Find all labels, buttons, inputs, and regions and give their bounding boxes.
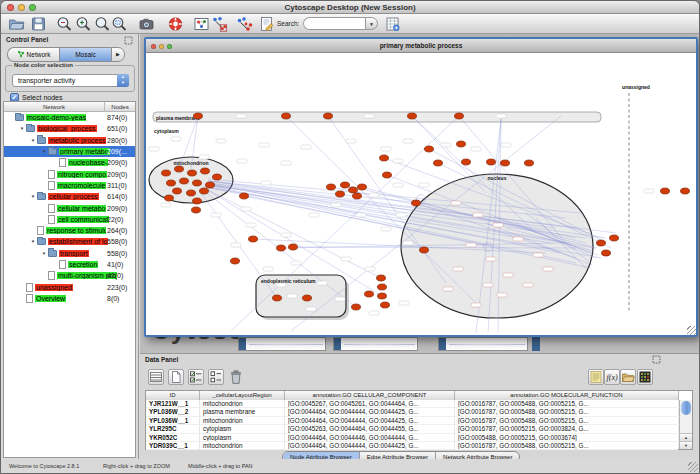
tree-row-label[interactable]: response to stimulu: [46, 227, 106, 234]
import-folder-icon[interactable]: [620, 369, 636, 385]
help-lifesaver-icon[interactable]: [167, 16, 184, 32]
network-node[interactable]: [380, 155, 389, 161]
network-node[interactable]: [303, 295, 312, 301]
network-node[interactable]: [289, 244, 298, 250]
network-node[interactable]: [455, 113, 464, 119]
tree-row-label[interactable]: nitrogen compo: [57, 171, 107, 178]
table-column-header[interactable]: _cellularLayoutRegion: [200, 391, 285, 400]
apply-layout-1-icon[interactable]: [211, 16, 228, 32]
attribute-matrix-icon[interactable]: [637, 369, 653, 385]
formula-builder-icon[interactable]: f(x): [604, 369, 620, 385]
attribute-list-icon[interactable]: [588, 369, 604, 385]
disclosure-arrow-icon[interactable]: ▼: [40, 149, 48, 154]
select-attributes-icon[interactable]: [188, 369, 204, 385]
zoom-in-icon[interactable]: [75, 16, 92, 32]
table-row[interactable]: YKR052Ccytoplasm[GO:0044464, GO:0044446,…: [146, 434, 678, 442]
network-node[interactable]: [249, 236, 258, 242]
network-node[interactable]: [383, 172, 392, 178]
delete-attribute-trash-icon[interactable]: [228, 369, 244, 385]
network-node[interactable]: [162, 170, 171, 176]
network-frame-titlebar[interactable]: primary metabolic process: [146, 39, 696, 53]
network-node[interactable]: [661, 188, 670, 194]
tree-row[interactable]: mosaic-demo-yeast874(0): [4, 112, 135, 123]
create-attribute-icon[interactable]: [168, 369, 184, 385]
network-node[interactable]: [167, 180, 176, 186]
frame-zoom-button[interactable]: [167, 44, 172, 49]
tree-row-label[interactable]: metabolic process: [48, 137, 106, 144]
network-node[interactable]: [282, 113, 291, 119]
tree-col-network[interactable]: Network: [4, 102, 104, 112]
import-attributes-icon[interactable]: [384, 16, 401, 32]
network-node[interactable]: [327, 184, 336, 190]
tree-row-label[interactable]: establishment of lo: [48, 238, 108, 245]
unselect-attributes-icon[interactable]: [208, 369, 224, 385]
frame-minimize-button[interactable]: [159, 44, 164, 49]
network-node[interactable]: [408, 113, 417, 119]
disclosure-arrow-icon[interactable]: ▼: [18, 126, 26, 131]
zoom-selected-icon[interactable]: [111, 16, 128, 32]
network-node[interactable]: [377, 275, 386, 281]
network-node[interactable]: [378, 293, 387, 299]
frame-close-button[interactable]: [151, 44, 156, 49]
tab-mosaic[interactable]: Mosaic: [59, 47, 111, 62]
network-node[interactable]: [610, 235, 619, 241]
background-window-strip[interactable]: [438, 337, 528, 351]
network-node[interactable]: [206, 182, 215, 188]
tree-row[interactable]: multi-organism pro42(0): [4, 270, 135, 281]
network-node[interactable]: [213, 174, 222, 180]
tree-row[interactable]: ▼primary metabo209(...: [4, 146, 135, 157]
tree-row[interactable]: ▼metabolic process280(0): [4, 135, 135, 146]
show-table-icon[interactable]: [148, 369, 164, 385]
network-node[interactable]: [187, 190, 196, 196]
network-node[interactable]: [597, 240, 606, 246]
float-data-panel-icon[interactable]: [652, 355, 661, 364]
network-node[interactable]: [341, 182, 350, 188]
table-column-header[interactable]: annotation.GO MOLECULAR_FUNCTION: [455, 391, 679, 400]
tab-network[interactable]: Network: [7, 47, 59, 62]
tree-row[interactable]: nitrogen compo209(0): [4, 168, 135, 179]
tree-row-label[interactable]: biological_process: [37, 125, 97, 132]
network-node[interactable]: [420, 247, 429, 253]
tree-row[interactable]: secretion41(0): [4, 259, 135, 270]
tree-row-label[interactable]: cellular process: [48, 193, 99, 200]
node-color-dropdown[interactable]: transporter activity ▲▼: [12, 74, 129, 87]
network-node[interactable]: [457, 141, 466, 147]
search-dropdown-arrow-icon[interactable]: ▼: [365, 17, 378, 30]
network-node[interactable]: [273, 295, 282, 301]
annotation-editor-icon[interactable]: [258, 16, 275, 32]
network-node[interactable]: [525, 160, 534, 166]
tree-row[interactable]: nucleobase-209(0): [4, 157, 135, 168]
tree-row-label[interactable]: Overview: [35, 295, 66, 302]
background-window-strip[interactable]: [238, 337, 326, 351]
tree-row-label[interactable]: primary metabo: [59, 148, 110, 155]
tree-row[interactable]: ▼establishment of lo558(0): [4, 236, 135, 247]
disclosure-arrow-icon[interactable]: ▼: [29, 138, 37, 143]
network-node[interactable]: [381, 302, 390, 308]
network-node[interactable]: [173, 188, 182, 194]
table-column-header[interactable]: annotation.GO CELLULAR_COMPONENT: [285, 391, 455, 400]
network-node[interactable]: [462, 159, 471, 165]
network-node[interactable]: [349, 187, 358, 193]
tree-row-label[interactable]: secretion: [68, 261, 98, 268]
apply-layout-2-icon[interactable]: [236, 16, 253, 32]
tree-row-label[interactable]: cell communicat: [57, 216, 109, 223]
table-vertical-scrollbar[interactable]: ▲ ▼: [679, 400, 692, 449]
network-node[interactable]: [487, 159, 496, 165]
network-view-frame[interactable]: primary metabolic process plasma membran…: [144, 37, 698, 337]
tree-row[interactable]: cellular metabo209(0): [4, 202, 135, 213]
network-node[interactable]: [188, 170, 197, 176]
tree-row[interactable]: Overview8(0): [4, 293, 135, 304]
tree-row[interactable]: cell communicat22(0): [4, 214, 135, 225]
network-edge[interactable]: [412, 116, 486, 193]
network-node[interactable]: [434, 160, 443, 166]
scroll-down-icon[interactable]: ▼: [680, 441, 692, 449]
background-window-strip[interactable]: [333, 337, 418, 351]
network-node[interactable]: [681, 188, 690, 194]
network-node[interactable]: [165, 195, 174, 201]
disclosure-arrow-icon[interactable]: ▼: [29, 239, 37, 244]
network-node[interactable]: [193, 180, 202, 186]
network-node[interactable]: [194, 113, 203, 119]
tree-row-label[interactable]: transport: [59, 250, 89, 257]
table-column-header[interactable]: ID: [146, 391, 200, 400]
save-session-icon[interactable]: [30, 16, 47, 32]
